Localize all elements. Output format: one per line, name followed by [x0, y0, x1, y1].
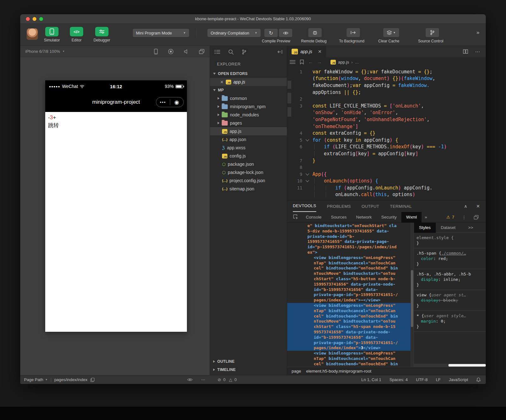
code-line[interactable]: appOptions || {}; [287, 89, 486, 96]
file-tree-item-package.json[interactable]: ⬡package.json [210, 160, 287, 168]
tab-security[interactable]: Security [377, 212, 402, 223]
file-tree-item-pages[interactable]: pages [210, 119, 287, 127]
wxml-line[interactable]: cel" bindtouchend="onTouchEnd" bin [287, 361, 410, 367]
device-select[interactable]: iPhone 6/7/8 100% ▼ [25, 49, 65, 54]
open-editors-section[interactable]: OPEN EDITORS [210, 70, 287, 78]
wxml-line[interactable]: pages/index/index">-</view> [287, 298, 410, 303]
wxml-line[interactable]: chStart" class="h5-button node-b- [287, 276, 410, 282]
file-tree-item-common[interactable]: common [210, 94, 287, 102]
wxml-line[interactable]: nTouchMove" bindtouchstart="onTou [287, 271, 410, 276]
file-tree-item-app.wxss[interactable]: ℨapp.wxss [210, 144, 287, 152]
style-property[interactable]: display: inline; [417, 277, 483, 282]
more-menu-icon[interactable]: ••• [156, 100, 170, 105]
search-icon[interactable] [228, 49, 234, 55]
style-property[interactable]: margin: 0; [417, 318, 483, 324]
tab-devtools[interactable]: DEVTOOLS [293, 201, 316, 212]
code-line[interactable]: onLaunch.call(this, options) [287, 191, 486, 198]
cursor-position[interactable]: Ln 1, Col 1 [361, 377, 381, 382]
fold-chevron-icon[interactable] [305, 138, 309, 141]
wxml-line[interactable]: nTouchMove" bindtouchstart="onTou [287, 319, 410, 324]
tab-console[interactable]: Console [301, 212, 326, 223]
file-tree-item-sitemap.json[interactable]: {…}sitemap.json [210, 185, 287, 193]
capsule-menu[interactable]: ••• ◉ [156, 97, 184, 107]
style-rule[interactable]: element.style {} [414, 233, 486, 248]
code-line[interactable]: 3const LIFE_CYCLE_METHODS = ['onLaunch', [287, 102, 486, 109]
tab-terminal[interactable]: TERMINAL [390, 204, 412, 209]
windows-icon[interactable] [474, 215, 479, 219]
wxml-line[interactable]: pages/index/index">3</view> [287, 345, 410, 351]
compile-button[interactable]: ↻ [264, 29, 278, 37]
compilation-select[interactable]: Ordinary Compilation ▼ [207, 29, 261, 37]
wxml-line[interactable]: id="p-1599573741651-/pages/index/ind [287, 244, 410, 250]
wxml-line[interactable]: 1599573741655" data-private-page- [287, 239, 410, 244]
code-line[interactable]: 7} [287, 157, 486, 164]
nav-forward-icon[interactable]: → [317, 59, 322, 65]
git-branch-icon[interactable] [242, 49, 246, 55]
editor-more-icon[interactable]: ⋯ [475, 49, 480, 55]
collapse-panel-icon[interactable]: ∧ [464, 204, 467, 209]
close-tab-icon[interactable]: ✕ [318, 49, 322, 54]
breadcrumb-element[interactable]: element.h5-body.miniprogram-root [306, 369, 371, 374]
wxml-line[interactable]: id="b-1599573741656" data- [287, 287, 410, 293]
close-panel-icon[interactable]: ✕ [476, 204, 480, 209]
counter-line[interactable]: -3+ [48, 114, 184, 122]
phone-screen[interactable]: ●●●●● WeChat 16:12 93% miniprogram-proje… [45, 80, 187, 332]
code-line[interactable]: 1var fakeWindow = {};var fakeDocument = … [287, 68, 486, 75]
clear-cache-button[interactable]: ▼ [383, 28, 399, 37]
code-line[interactable]: (function(window, document) {})(fakeWind… [287, 75, 486, 82]
fold-chevron-icon[interactable] [305, 179, 309, 182]
simulator-button[interactable]: Simulator [42, 27, 61, 42]
tab-problems[interactable]: PROBLEMS [327, 204, 351, 209]
indentation-setting[interactable]: Spaces: 4 [389, 377, 408, 382]
language-mode[interactable]: JavaScript [449, 377, 468, 382]
wxml-line[interactable]: ex"> [287, 250, 410, 255]
mode-select[interactable]: Mini Program Mode ▼ [133, 29, 189, 37]
file-tree-item-config.js[interactable]: JSconfig.js [210, 152, 287, 160]
tab-wxml[interactable]: Wxml [401, 212, 422, 223]
wxml-line[interactable]: chStart" class="h5-span node-b-15 [287, 324, 410, 330]
wxml-line[interactable]: cel" bindtouchend="onTouchEnd" bin [287, 266, 410, 271]
status-more-icon[interactable]: ⋯ [201, 377, 205, 382]
wxml-line[interactable]: 99573741658" data-private-node- [287, 330, 410, 335]
file-tree-item-node_modules[interactable]: node_modules [210, 111, 287, 119]
code-line[interactable]: extraConfig[key] = appConfig[key] [287, 150, 486, 157]
stylesheet-link[interactable]: ./common/… [441, 251, 466, 256]
collapse-sidebar-icon[interactable] [277, 50, 282, 54]
editor-button[interactable]: </> Editor [67, 27, 86, 42]
code-line[interactable]: 8 [287, 164, 486, 171]
wxml-line[interactable]: nTap" bindtouchcancel="onTouchCan [287, 261, 410, 266]
code-line[interactable]: 6 if (LIFE_CYCLE_METHODS.indexOf(key) ==… [287, 144, 486, 151]
styles-horizontal-scrollbar[interactable] [414, 364, 486, 367]
tab-output[interactable]: OUTPUT [361, 204, 379, 209]
close-icon[interactable]: ✕ [220, 80, 224, 84]
file-tree-item-app.json[interactable]: {…}app.json [210, 135, 287, 144]
page-path-select[interactable]: Page Path ▼ [24, 377, 48, 382]
code-line[interactable]: 'onShow', 'onHide', 'onError', [287, 109, 486, 116]
wxml-line[interactable]: <view bindlongpress="onLongPress" [287, 303, 410, 308]
windows-icon[interactable] [199, 49, 205, 54]
code-line[interactable]: 10 onLaunch(options) { [287, 178, 486, 185]
tab-app-js[interactable]: JS app.js ✕ [287, 46, 326, 57]
tab-network[interactable]: Network [351, 212, 377, 223]
outline-list-icon[interactable] [290, 60, 295, 64]
copy-path-icon[interactable] [90, 378, 95, 382]
eol-setting[interactable]: LF [436, 377, 441, 382]
speaker-icon[interactable] [184, 49, 189, 54]
code-line[interactable]: 5for (const key in appConfig) { [287, 137, 486, 144]
wxml-vertical-scrollbar[interactable] [410, 223, 414, 367]
wxml-line[interactable]: nTap" bindtouchcancel="onTouchCan [287, 308, 410, 314]
wxml-line[interactable]: private-node-id="b- [287, 234, 410, 239]
record-icon[interactable] [168, 49, 174, 54]
wxml-line[interactable]: 5-div node-b-1599573741655" data- [287, 229, 410, 234]
open-editor-app-js[interactable]: ✕ JS app.js [210, 78, 287, 86]
nav-back-icon[interactable]: ← [308, 59, 313, 65]
style-rule[interactable]: .h5-a, .h5-abbr, .h5-bdisplay: inline;} [414, 269, 486, 290]
code-editor[interactable]: 1var fakeWindow = {};var fakeDocument = … [287, 67, 486, 200]
kebab-menu-icon[interactable]: ⋮ [462, 215, 466, 220]
debugger-button[interactable]: Debugger [92, 27, 111, 42]
warning-count-badge[interactable]: ⚠7 [447, 215, 454, 219]
outline-section[interactable]: OUTLINE [210, 357, 287, 366]
wxml-line[interactable]: nTap" bindtouchcancel="onTouchCan [287, 356, 410, 361]
user-avatar[interactable] [27, 28, 38, 40]
code-line[interactable]: 2 [287, 96, 486, 102]
